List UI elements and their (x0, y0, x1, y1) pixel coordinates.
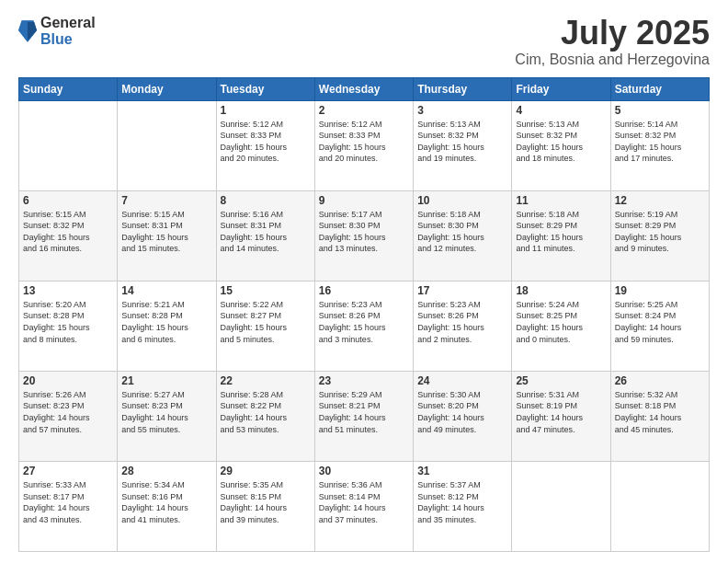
day-info: Sunrise: 5:29 AM Sunset: 8:21 PM Dayligh… (319, 389, 409, 435)
day-info: Sunrise: 5:21 AM Sunset: 8:28 PM Dayligh… (121, 299, 211, 345)
calendar-cell: 23Sunrise: 5:29 AM Sunset: 8:21 PM Dayli… (314, 371, 413, 461)
calendar-cell: 15Sunrise: 5:22 AM Sunset: 8:27 PM Dayli… (216, 281, 314, 371)
day-info: Sunrise: 5:13 AM Sunset: 8:32 PM Dayligh… (417, 119, 507, 165)
calendar-cell: 25Sunrise: 5:31 AM Sunset: 8:19 PM Dayli… (512, 371, 610, 461)
day-info: Sunrise: 5:23 AM Sunset: 8:26 PM Dayligh… (417, 299, 507, 345)
svg-marker-2 (28, 22, 37, 40)
calendar-cell: 8Sunrise: 5:16 AM Sunset: 8:31 PM Daylig… (216, 190, 314, 281)
day-number: 14 (121, 284, 211, 297)
calendar-cell (118, 100, 216, 190)
day-number: 13 (23, 284, 113, 297)
header: General Blue July 2025 Cim, Bosnia and H… (18, 15, 710, 68)
calendar-cell: 27Sunrise: 5:33 AM Sunset: 8:17 PM Dayli… (19, 461, 118, 551)
day-info: Sunrise: 5:31 AM Sunset: 8:19 PM Dayligh… (516, 389, 606, 435)
day-number: 28 (121, 465, 211, 477)
day-number: 23 (319, 374, 409, 387)
day-info: Sunrise: 5:12 AM Sunset: 8:33 PM Dayligh… (319, 119, 409, 165)
calendar-cell: 12Sunrise: 5:19 AM Sunset: 8:29 PM Dayli… (610, 190, 709, 281)
logo-icon (18, 18, 37, 44)
calendar-cell: 28Sunrise: 5:34 AM Sunset: 8:16 PM Dayli… (118, 461, 216, 551)
weekday-header: Thursday (414, 77, 512, 100)
calendar-cell: 10Sunrise: 5:18 AM Sunset: 8:30 PM Dayli… (414, 190, 512, 281)
calendar-cell: 22Sunrise: 5:28 AM Sunset: 8:22 PM Dayli… (216, 371, 314, 461)
day-info: Sunrise: 5:16 AM Sunset: 8:31 PM Dayligh… (221, 209, 311, 255)
day-number: 27 (23, 465, 113, 477)
day-info: Sunrise: 5:33 AM Sunset: 8:17 PM Dayligh… (23, 479, 113, 525)
calendar-cell: 7Sunrise: 5:15 AM Sunset: 8:31 PM Daylig… (118, 190, 216, 281)
day-info: Sunrise: 5:19 AM Sunset: 8:29 PM Dayligh… (615, 209, 705, 255)
day-number: 12 (615, 194, 705, 207)
weekday-header: Saturday (610, 77, 709, 100)
logo-blue: Blue (40, 31, 96, 48)
calendar-cell: 18Sunrise: 5:24 AM Sunset: 8:25 PM Dayli… (512, 281, 610, 371)
calendar-table: SundayMondayTuesdayWednesdayThursdayFrid… (18, 77, 710, 552)
logo: General Blue (18, 15, 96, 47)
title-block: July 2025 Cim, Bosnia and Herzegovina (515, 15, 710, 68)
month-title: July 2025 (515, 15, 710, 52)
day-number: 10 (417, 194, 507, 207)
page: General Blue July 2025 Cim, Bosnia and H… (0, 0, 728, 563)
day-info: Sunrise: 5:13 AM Sunset: 8:32 PM Dayligh… (516, 119, 606, 165)
day-info: Sunrise: 5:17 AM Sunset: 8:30 PM Dayligh… (319, 209, 409, 255)
calendar-cell: 11Sunrise: 5:18 AM Sunset: 8:29 PM Dayli… (512, 190, 610, 281)
calendar-cell: 6Sunrise: 5:15 AM Sunset: 8:32 PM Daylig… (19, 190, 118, 281)
calendar-cell: 30Sunrise: 5:36 AM Sunset: 8:14 PM Dayli… (314, 461, 413, 551)
day-number: 22 (221, 374, 311, 387)
calendar-cell: 5Sunrise: 5:14 AM Sunset: 8:32 PM Daylig… (610, 100, 709, 190)
calendar-cell: 3Sunrise: 5:13 AM Sunset: 8:32 PM Daylig… (414, 100, 512, 190)
calendar-cell: 2Sunrise: 5:12 AM Sunset: 8:33 PM Daylig… (314, 100, 413, 190)
logo-text: General Blue (40, 15, 96, 47)
day-info: Sunrise: 5:18 AM Sunset: 8:30 PM Dayligh… (417, 209, 507, 255)
calendar-cell: 14Sunrise: 5:21 AM Sunset: 8:28 PM Dayli… (118, 281, 216, 371)
day-info: Sunrise: 5:15 AM Sunset: 8:31 PM Dayligh… (121, 209, 211, 255)
day-info: Sunrise: 5:37 AM Sunset: 8:12 PM Dayligh… (417, 479, 507, 525)
day-number: 19 (615, 284, 705, 297)
day-info: Sunrise: 5:15 AM Sunset: 8:32 PM Dayligh… (23, 209, 113, 255)
day-number: 25 (516, 374, 606, 387)
weekday-header: Wednesday (314, 77, 413, 100)
day-number: 3 (417, 104, 507, 117)
calendar-cell: 1Sunrise: 5:12 AM Sunset: 8:33 PM Daylig… (216, 100, 314, 190)
weekday-header: Friday (512, 77, 610, 100)
day-info: Sunrise: 5:30 AM Sunset: 8:20 PM Dayligh… (417, 389, 507, 435)
day-info: Sunrise: 5:35 AM Sunset: 8:15 PM Dayligh… (221, 479, 311, 525)
calendar-cell: 20Sunrise: 5:26 AM Sunset: 8:23 PM Dayli… (19, 371, 118, 461)
calendar-cell: 21Sunrise: 5:27 AM Sunset: 8:23 PM Dayli… (118, 371, 216, 461)
day-number: 7 (121, 194, 211, 207)
day-number: 1 (221, 104, 311, 117)
calendar-cell (19, 100, 118, 190)
day-info: Sunrise: 5:26 AM Sunset: 8:23 PM Dayligh… (23, 389, 113, 435)
day-info: Sunrise: 5:18 AM Sunset: 8:29 PM Dayligh… (516, 209, 606, 255)
calendar-week-row: 13Sunrise: 5:20 AM Sunset: 8:28 PM Dayli… (19, 281, 710, 371)
day-number: 18 (516, 284, 606, 297)
day-number: 17 (417, 284, 507, 297)
day-number: 21 (121, 374, 211, 387)
day-number: 9 (319, 194, 409, 207)
day-number: 4 (516, 104, 606, 117)
calendar-cell: 19Sunrise: 5:25 AM Sunset: 8:24 PM Dayli… (610, 281, 709, 371)
day-number: 31 (417, 465, 507, 477)
calendar-header-row: SundayMondayTuesdayWednesdayThursdayFrid… (19, 77, 710, 100)
day-info: Sunrise: 5:14 AM Sunset: 8:32 PM Dayligh… (615, 119, 705, 165)
day-info: Sunrise: 5:24 AM Sunset: 8:25 PM Dayligh… (516, 299, 606, 345)
day-number: 11 (516, 194, 606, 207)
day-number: 29 (221, 465, 311, 477)
calendar-week-row: 27Sunrise: 5:33 AM Sunset: 8:17 PM Dayli… (19, 461, 710, 551)
calendar-cell: 24Sunrise: 5:30 AM Sunset: 8:20 PM Dayli… (414, 371, 512, 461)
day-info: Sunrise: 5:12 AM Sunset: 8:33 PM Dayligh… (221, 119, 311, 165)
day-info: Sunrise: 5:27 AM Sunset: 8:23 PM Dayligh… (121, 389, 211, 435)
day-number: 15 (221, 284, 311, 297)
day-number: 16 (319, 284, 409, 297)
day-info: Sunrise: 5:25 AM Sunset: 8:24 PM Dayligh… (615, 299, 705, 345)
calendar-cell (512, 461, 610, 551)
day-info: Sunrise: 5:22 AM Sunset: 8:27 PM Dayligh… (221, 299, 311, 345)
day-info: Sunrise: 5:32 AM Sunset: 8:18 PM Dayligh… (615, 389, 705, 435)
weekday-header: Sunday (19, 77, 118, 100)
calendar-cell: 13Sunrise: 5:20 AM Sunset: 8:28 PM Dayli… (19, 281, 118, 371)
day-number: 26 (615, 374, 705, 387)
day-info: Sunrise: 5:34 AM Sunset: 8:16 PM Dayligh… (121, 479, 211, 525)
calendar-week-row: 6Sunrise: 5:15 AM Sunset: 8:32 PM Daylig… (19, 190, 710, 281)
location-title: Cim, Bosnia and Herzegovina (515, 52, 710, 68)
calendar-cell (610, 461, 709, 551)
day-info: Sunrise: 5:28 AM Sunset: 8:22 PM Dayligh… (221, 389, 311, 435)
